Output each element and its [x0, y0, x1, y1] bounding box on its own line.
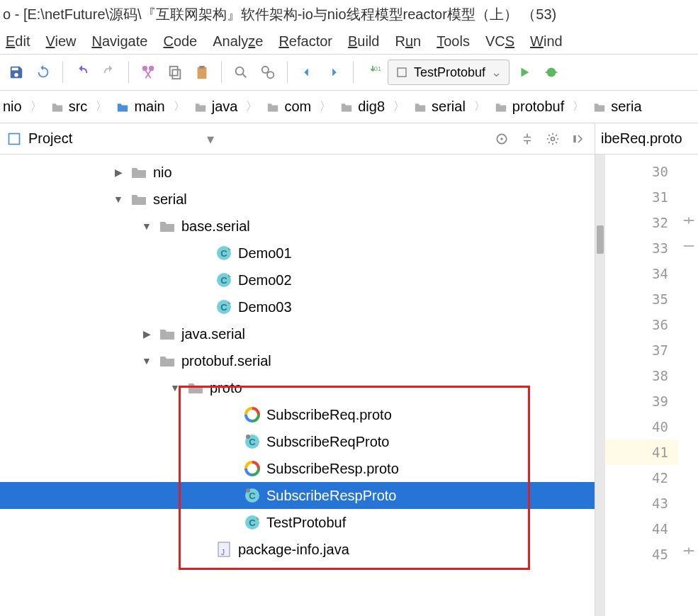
tree-node[interactable]: ▼base.serial — [0, 213, 595, 240]
expand-icon[interactable]: ▶ — [140, 328, 153, 340]
editor-panel: ibeReq.proto 303132333435363738394041424… — [595, 123, 698, 616]
breadcrumb-item[interactable]: java — [191, 99, 264, 115]
breadcrumb-label: com — [284, 99, 311, 115]
expand-icon[interactable]: ▼ — [140, 355, 153, 366]
menu-refactor[interactable]: Refactor — [278, 33, 332, 50]
menu-code[interactable]: Code — [163, 33, 197, 50]
marker-icon[interactable] — [682, 215, 695, 225]
line-number[interactable]: 40 — [605, 414, 678, 439]
line-number[interactable]: 37 — [605, 337, 678, 363]
line-number[interactable]: 34 — [605, 261, 678, 286]
tree-node[interactable]: CSubscribeReqProto — [0, 428, 595, 455]
menu-run[interactable]: Run — [395, 33, 422, 50]
tree-node[interactable]: CDemo01 — [0, 240, 595, 267]
save-icon[interactable] — [4, 60, 28, 84]
marker-icon[interactable] — [682, 241, 695, 251]
line-number[interactable]: 41 — [605, 439, 678, 465]
tree-node[interactable]: CSubscribeRespProto — [0, 482, 595, 509]
expand-icon[interactable]: ▼ — [140, 220, 153, 232]
forward-icon[interactable] — [322, 60, 346, 84]
expand-icon[interactable]: ▶ — [112, 167, 125, 178]
line-number[interactable]: 38 — [605, 363, 678, 388]
breadcrumb-label: protobuf — [512, 99, 564, 115]
scrollbar[interactable] — [595, 155, 605, 616]
expand-icon[interactable]: ▼ — [169, 382, 181, 393]
gutter: 30313233343536373839404142434445 — [605, 155, 678, 616]
svg-text:C: C — [249, 491, 256, 501]
breadcrumb-item[interactable]: com — [263, 99, 337, 115]
line-number[interactable]: 36 — [605, 312, 678, 337]
line-number[interactable]: 33 — [605, 235, 678, 261]
breadcrumb-item[interactable]: serial — [410, 99, 491, 115]
tree-node[interactable]: CDemo03 — [0, 293, 595, 320]
run-config-dropdown[interactable]: TestProtobuf ⌄ — [388, 60, 510, 85]
svg-text:C: C — [249, 517, 256, 528]
line-number[interactable]: 30 — [605, 159, 678, 184]
svg-rect-2 — [198, 67, 207, 79]
breadcrumb-item[interactable]: protobuf — [491, 99, 590, 115]
svg-rect-3 — [199, 66, 204, 69]
breadcrumb-item[interactable]: dig8 — [337, 99, 410, 115]
line-number[interactable]: 32 — [605, 210, 678, 235]
tree-node-label: serial — [153, 191, 187, 208]
hide-icon[interactable] — [569, 130, 587, 148]
gear-icon[interactable] — [544, 130, 562, 148]
panel-dropdown-icon[interactable]: ▾ — [207, 130, 214, 147]
sync-icon[interactable] — [31, 60, 55, 84]
menu-build[interactable]: Build — [348, 33, 379, 50]
tree-node[interactable]: SubscribeReq.proto — [0, 401, 595, 428]
tree-node[interactable]: ▼proto — [0, 374, 595, 401]
debug-icon[interactable] — [539, 60, 563, 84]
menu-window[interactable]: Wind — [530, 33, 563, 50]
target-icon[interactable] — [492, 130, 511, 148]
menu-navigate[interactable]: Navigate — [91, 33, 147, 50]
copy-icon[interactable] — [163, 60, 187, 84]
paste-icon[interactable] — [190, 60, 214, 84]
project-tree[interactable]: ▶nio▼serial▼base.serialCDemo01CDemo02CDe… — [0, 155, 595, 616]
breadcrumb-label: java — [212, 99, 238, 115]
undo-icon[interactable] — [70, 60, 94, 84]
breadcrumb-item[interactable]: main — [113, 99, 190, 115]
svg-rect-0 — [172, 69, 180, 79]
line-number[interactable]: 45 — [605, 542, 678, 567]
replace-icon[interactable] — [256, 60, 280, 84]
tree-node[interactable]: ▼serial — [0, 186, 595, 213]
menu-view[interactable]: View — [45, 33, 76, 50]
tree-node[interactable]: SubscribeResp.proto — [0, 455, 595, 482]
tree-node[interactable]: ▼protobuf.serial — [0, 347, 595, 374]
line-number[interactable]: 44 — [605, 516, 678, 542]
line-number[interactable]: 39 — [605, 388, 678, 414]
breadcrumb-item[interactable]: nio — [0, 99, 47, 115]
scroll-thumb[interactable] — [597, 225, 604, 254]
line-number[interactable]: 43 — [605, 491, 678, 516]
menu-tools[interactable]: Tools — [437, 33, 470, 50]
tree-node[interactable]: CTestProtobuf — [0, 509, 595, 536]
cut-icon[interactable] — [136, 60, 160, 84]
breadcrumb-item[interactable]: src — [47, 99, 113, 115]
line-number[interactable]: 42 — [605, 465, 678, 491]
build-icon[interactable]: 01 — [361, 60, 385, 84]
chevron-down-icon: ⌄ — [491, 65, 502, 80]
marker-icon[interactable] — [682, 546, 695, 556]
menu-analyze[interactable]: Analyze — [213, 33, 263, 50]
svg-text:C: C — [220, 302, 227, 313]
tree-node[interactable]: ▶nio — [0, 159, 595, 186]
run-icon[interactable] — [512, 60, 536, 84]
tree-node[interactable]: CDemo02 — [0, 267, 595, 293]
toolbar: 01 TestProtobuf ⌄ — [0, 54, 698, 91]
editor-tab[interactable]: ibeReq.proto — [595, 123, 698, 155]
collapse-icon[interactable] — [518, 130, 536, 148]
svg-point-16 — [551, 137, 555, 140]
breadcrumb-item[interactable]: seria — [590, 99, 647, 115]
line-number[interactable]: 35 — [605, 286, 678, 312]
find-icon[interactable] — [229, 60, 253, 84]
tree-node[interactable]: ▶java.serial — [0, 320, 595, 347]
redo-icon[interactable] — [97, 60, 121, 84]
expand-icon[interactable]: ▼ — [112, 194, 125, 205]
folder-icon — [50, 101, 64, 113]
menu-vcs[interactable]: VCS — [485, 33, 514, 50]
line-number[interactable]: 31 — [605, 184, 678, 210]
tree-node[interactable]: Jpackage-info.java — [0, 536, 595, 563]
menu-edit[interactable]: Edit — [6, 33, 30, 50]
back-icon[interactable] — [295, 60, 319, 84]
